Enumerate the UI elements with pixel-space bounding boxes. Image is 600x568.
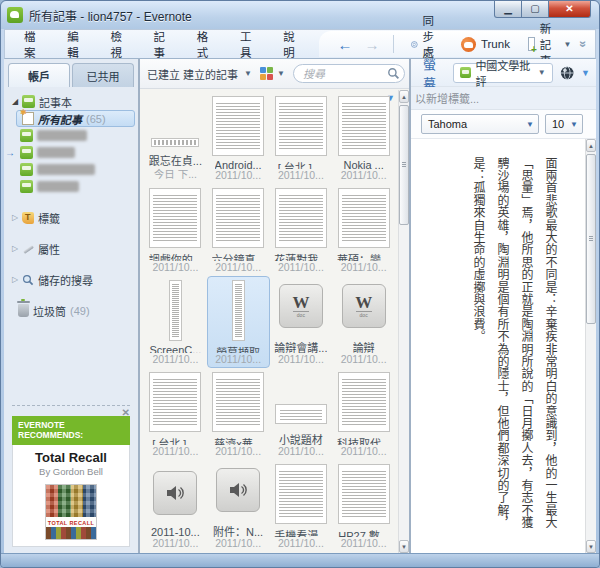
- search-box: [293, 64, 405, 84]
- note-cell[interactable]: 附件：N... 2011/10...: [207, 460, 270, 552]
- note-date: 2011/10...: [215, 537, 261, 549]
- note-body-text[interactable]: 面兩首悲歌最大的不同是：辛棄疾非常明白的意識到，他的一生最大 「思量」焉，他所思…: [411, 139, 584, 553]
- menu-item[interactable]: 檔案: [13, 24, 56, 64]
- menu-item[interactable]: 編輯: [56, 24, 99, 64]
- note-cell[interactable]: 慈濟x華... 2011/10...: [207, 368, 270, 460]
- note-cell[interactable]: 華碩：變... 2011/10...: [332, 184, 395, 276]
- note-editor-panel: 螢幕 中國文學批評 ▼ ▼ 以新增標籤... Tah: [411, 59, 596, 553]
- note-cell[interactable]: Wdoc 論辯會講... 2011/10...: [270, 276, 333, 368]
- note-cell[interactable]: [ 台北 ] ... 2011/10...: [270, 92, 333, 184]
- sidebar-item-notebook-redacted[interactable]: →: [4, 161, 138, 178]
- sidebar-item-all-notes[interactable]: 所有記事 (65): [16, 110, 135, 127]
- note-cell[interactable]: HP27 數... 2011/10...: [332, 460, 395, 552]
- new-note-dropdown-arrow-icon[interactable]: ▼: [563, 40, 571, 49]
- ad-body: Total Recall By Gordon Bell TOTAL RECALL: [12, 445, 130, 547]
- scrollbar-thumb[interactable]: [586, 154, 596, 324]
- note-cell[interactable]: 調戲你的... 2011/10...: [144, 184, 207, 276]
- note-list-scrollbar[interactable]: ▲ ▼: [398, 90, 409, 553]
- search-icon: [387, 67, 400, 80]
- font-size-select[interactable]: 10 ▼: [545, 114, 583, 134]
- note-list-panel: 已建立 建立的記事 ▼ ▼ ▼: [140, 59, 411, 553]
- expander-closed-icon[interactable]: ▷: [12, 244, 22, 253]
- scroll-down-icon[interactable]: ▼: [399, 540, 409, 553]
- window-title: 所有記事 - lion4757 - Evernote: [29, 7, 192, 24]
- note-content-area[interactable]: 面兩首悲歌最大的不同是：辛棄疾非常明白的意識到，他的一生最大 「思量」焉，他所思…: [411, 139, 596, 553]
- note-cell[interactable]: 花蓮對我... 2011/10...: [270, 184, 333, 276]
- menu-item[interactable]: 說明: [272, 24, 315, 64]
- ad-book-cover[interactable]: TOTAL RECALL: [45, 484, 97, 540]
- tab-account[interactable]: 帳戶: [8, 63, 70, 87]
- note-title: 科技取代...: [337, 435, 390, 445]
- note-cell[interactable]: 小說題材 2011/10...: [270, 368, 333, 460]
- new-note-button[interactable]: 新記事 ▼: [519, 32, 580, 56]
- sidebar-item-notebook-redacted[interactable]: →: [4, 144, 138, 161]
- toolbar-overflow-icon[interactable]: »: [577, 41, 591, 48]
- menu-item[interactable]: 格式: [186, 24, 229, 64]
- note-cell[interactable]: Android... 2011/10...: [207, 92, 270, 184]
- note-thumbnail: [275, 464, 327, 524]
- scrollbar-thumb[interactable]: [399, 105, 409, 225]
- tab-shared[interactable]: 已共用: [72, 63, 134, 87]
- minimize-button[interactable]: ▁: [494, 1, 522, 18]
- back-arrow-icon[interactable]: ←: [331, 36, 358, 53]
- font-family-select[interactable]: Tahoma ▼: [421, 114, 539, 134]
- ad-close-icon[interactable]: ✕: [122, 407, 130, 418]
- expander-closed-icon[interactable]: ▷: [12, 213, 22, 222]
- note-date: 2011/10...: [278, 169, 324, 181]
- sidebar-item-trash[interactable]: 垃圾筒 (49): [4, 302, 138, 319]
- sidebar-item-tags[interactable]: ▷ 標籤: [4, 209, 138, 226]
- note-date: 2011/10...: [152, 537, 198, 549]
- editor-scrollbar[interactable]: ▲ ▼: [585, 139, 596, 553]
- note-cell[interactable]: 手機看漫... 2011/10...: [270, 460, 333, 552]
- sidebar-item-attributes[interactable]: ▷ 屬性: [4, 240, 138, 257]
- sort-dropdown[interactable]: 已建立 建立的記事 ▼: [147, 66, 252, 82]
- menu-item[interactable]: 記事: [143, 24, 186, 64]
- notebook-selector[interactable]: 中國文學批評 ▼: [453, 63, 552, 83]
- expander-closed-icon[interactable]: ▷: [12, 275, 22, 284]
- tag-placeholder: 以新增標籤...: [415, 90, 479, 106]
- maximize-button[interactable]: ▢: [522, 1, 549, 18]
- sidebar-tree: ◢ 記事本 所有記事 (65) → → → →: [4, 93, 138, 319]
- note-date: 今日 下...: [154, 166, 197, 181]
- editor-expander-chevron-icon[interactable]: ▼: [581, 68, 590, 78]
- close-button[interactable]: ✕: [549, 1, 591, 18]
- sync-button[interactable]: 同步處理: [402, 32, 452, 56]
- note-cell[interactable]: Wdoc 論辯 2011/10...: [332, 276, 395, 368]
- promo-ad[interactable]: ✕ EVERNOTE RECOMMENDS: Total Recall By G…: [4, 401, 138, 553]
- all-notes-count: (65): [86, 113, 106, 125]
- window-bottom-border: [1, 553, 599, 567]
- view-mode-button[interactable]: ▼: [260, 67, 285, 80]
- note-cell[interactable]: 螢幕擷取 2011/10...: [207, 276, 270, 368]
- scroll-down-icon[interactable]: ▼: [586, 540, 596, 553]
- toolbar: ← → 同步處理 Trunk 新記事 ▼ »: [319, 31, 595, 57]
- trunk-button[interactable]: Trunk: [452, 32, 519, 56]
- notebook-icon: [20, 180, 33, 193]
- trunk-elephant-icon: [461, 37, 476, 52]
- globe-icon[interactable]: [560, 65, 574, 81]
- scroll-up-icon[interactable]: ▲: [586, 139, 596, 152]
- tag-bar[interactable]: 以新增標籤...: [411, 87, 596, 110]
- note-cell[interactable]: 科技取代... 2011/10...: [332, 368, 395, 460]
- redacted-notebook-name: [37, 130, 87, 141]
- sidebar-item-notebook-redacted[interactable]: →: [4, 178, 138, 195]
- format-toolbar: Tahoma ▼ 10 ▼: [411, 110, 596, 139]
- expander-open-icon[interactable]: ◢: [12, 97, 22, 106]
- scroll-up-icon[interactable]: ▲: [399, 90, 409, 103]
- note-thumbnail: [149, 372, 201, 432]
- note-date: 2011/10...: [152, 261, 198, 273]
- note-cell[interactable]: 2011-10... 2011/10...: [144, 460, 207, 552]
- note-cell[interactable]: 跟忘在貞... 今日 下...: [144, 92, 207, 184]
- note-cell[interactable]: 六分鐘真... 2011/10...: [207, 184, 270, 276]
- sidebar-item-notebook-redacted[interactable]: →: [4, 127, 138, 144]
- sidebar-item-saved-searches[interactable]: ▷ 儲存的搜尋: [4, 271, 138, 288]
- note-cell[interactable]: [ 台北 ] ... 2011/10...: [144, 368, 207, 460]
- menu-item[interactable]: 工具: [229, 24, 272, 64]
- note-title: 慈濟x華...: [214, 435, 262, 445]
- menu-item[interactable]: 檢視: [99, 24, 142, 64]
- note-cell[interactable]: Nokia ... 2011/10...: [332, 92, 395, 184]
- forward-arrow-icon[interactable]: →: [358, 36, 385, 53]
- shared-arrow-icon: →: [5, 147, 15, 158]
- menus: 檔案編輯檢視記事格式工具說明: [5, 24, 315, 64]
- note-title[interactable]: 螢幕: [423, 54, 446, 92]
- note-cell[interactable]: ScreenC... 2011/10...: [144, 276, 207, 368]
